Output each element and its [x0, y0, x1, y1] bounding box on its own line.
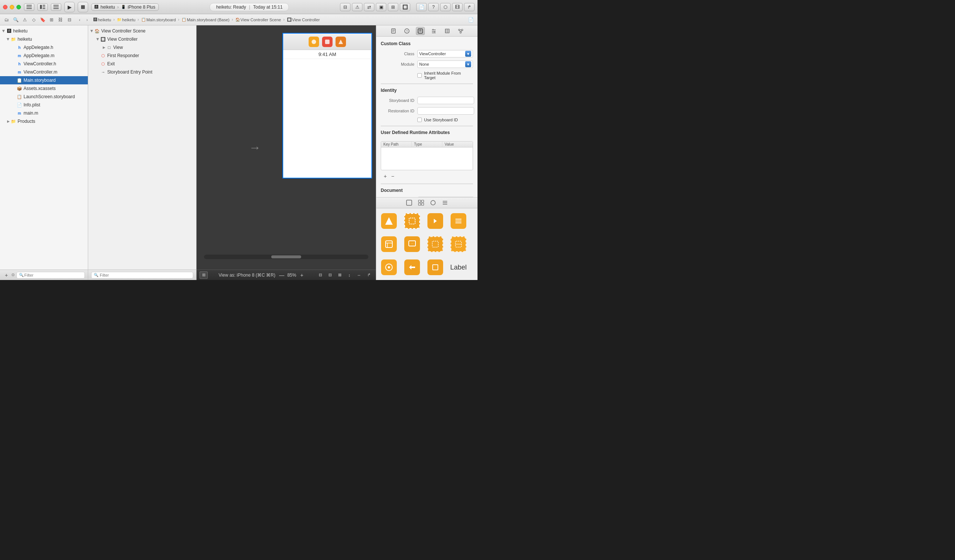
issues-button[interactable]: ⚠: [352, 3, 362, 11]
inherit-module-checkbox[interactable]: [417, 73, 422, 78]
obj-item-7[interactable]: [424, 233, 446, 255]
canvas-grid-button[interactable]: ⊞: [199, 271, 208, 279]
layout-button[interactable]: ▣: [376, 3, 386, 11]
close-button[interactable]: [3, 5, 8, 9]
add-file-button[interactable]: +: [3, 272, 10, 279]
navigator-toggle-button[interactable]: [38, 3, 48, 11]
restoration-id-input[interactable]: [417, 107, 474, 115]
breadcrumb-vc-scene[interactable]: 🏠 View Controller Scene: [234, 17, 283, 22]
sidebar-toggle-button[interactable]: [24, 3, 34, 11]
sidebar-item-assets[interactable]: ▶ 📦 Assets.xcassets: [0, 84, 88, 93]
add-runtime-attr-button[interactable]: +: [382, 173, 388, 179]
run-button[interactable]: ▶: [64, 2, 75, 12]
tab-quick-help[interactable]: ?: [402, 27, 411, 35]
diamond-button[interactable]: ◇: [30, 16, 38, 23]
breakpoints-button[interactable]: [51, 3, 61, 11]
forward-button[interactable]: ›: [84, 16, 91, 23]
inspector-toggle-button[interactable]: ↱: [464, 3, 474, 11]
breadcrumb-main-storyboard-base[interactable]: 📋 Main.storyboard (Base): [180, 17, 231, 22]
breadcrumb-heiketu-folder[interactable]: 📁 heiketu: [116, 17, 137, 22]
obj-item-6[interactable]: ···: [401, 233, 423, 255]
obj-tab-4[interactable]: [440, 199, 449, 207]
back-forward-button[interactable]: ⇄: [364, 3, 374, 11]
breadcrumb-main-storyboard[interactable]: 📋 Main.storyboard: [140, 17, 177, 22]
bookmark-button[interactable]: 🔖: [39, 16, 46, 23]
scene-item-view[interactable]: ▶ □ View: [88, 43, 196, 51]
related-items-button[interactable]: 📄: [467, 16, 474, 23]
split-button[interactable]: ⊟: [66, 16, 73, 23]
sidebar-item-viewcontroller-m[interactable]: ▶ m ViewController.m: [0, 68, 88, 76]
editor-mode-button[interactable]: ⊟: [340, 3, 351, 11]
back-button[interactable]: ‹: [76, 16, 83, 23]
canvas-content[interactable]: → 9:41 AM: [197, 25, 376, 270]
scheme-selector[interactable]: 🅰 heiketu › 📱 iPhone 8 Plus: [91, 3, 159, 11]
footer-icon-6[interactable]: ↱: [365, 271, 373, 279]
breadcrumb-vc[interactable]: 🔲 View Controller: [285, 17, 321, 22]
use-storyboard-id-checkbox[interactable]: [417, 118, 422, 122]
obj-item-8[interactable]: [447, 233, 470, 255]
sidebar-item-info-plist[interactable]: ▶ 📄 Info.plist: [0, 101, 88, 109]
breadcrumb-heiketu[interactable]: 🅰 heiketu: [92, 17, 113, 22]
footer-icon-2[interactable]: ⊟: [326, 271, 334, 279]
obj-item-9[interactable]: [378, 256, 400, 279]
grid-button[interactable]: ⊞: [48, 16, 55, 23]
obj-item-11[interactable]: [424, 256, 446, 279]
file-inspector-button[interactable]: 📄: [416, 3, 427, 11]
sidebar-item-main-m[interactable]: ▶ m main.m: [0, 109, 88, 117]
quick-help-button[interactable]: ?: [428, 3, 438, 11]
stop-button[interactable]: [78, 2, 88, 12]
obj-item-4[interactable]: [447, 210, 470, 232]
class-select[interactable]: ViewController ▼: [417, 50, 473, 58]
sidebar-item-products[interactable]: ▶ 📁 Products: [0, 117, 88, 125]
zoom-out-button[interactable]: —: [279, 272, 285, 279]
scene-filter-input[interactable]: [100, 273, 191, 278]
footer-icon-5[interactable]: ↔: [355, 271, 363, 279]
obj-item-2[interactable]: [401, 210, 423, 232]
tab-size[interactable]: [443, 27, 452, 35]
sidebar-item-viewcontroller-h[interactable]: ▶ h ViewController.h: [0, 60, 88, 68]
minimize-button[interactable]: [10, 5, 14, 9]
module-select-btn[interactable]: ▼: [465, 61, 471, 67]
obj-item-10[interactable]: [401, 256, 423, 279]
class-select-btn[interactable]: ▼: [465, 51, 471, 57]
navigator-show-button[interactable]: 🗂: [3, 16, 11, 23]
device-mockup[interactable]: 9:41 AM: [282, 33, 372, 178]
sidebar-item-appdelegate-m[interactable]: ▶ m AppDelegate.m: [0, 51, 88, 60]
object-library-button[interactable]: ⬡: [440, 3, 451, 11]
obj-item-5[interactable]: [378, 233, 400, 255]
remove-runtime-attr-button[interactable]: −: [390, 173, 396, 179]
storyboard-id-input[interactable]: [417, 97, 474, 104]
footer-icon-1[interactable]: ⊟: [316, 271, 324, 279]
zoom-in-button[interactable]: +: [299, 272, 305, 279]
obj-item-3[interactable]: [424, 210, 446, 232]
footer-icon-3[interactable]: ⊠: [335, 271, 344, 279]
obj-tab-3[interactable]: [429, 199, 438, 207]
search-button[interactable]: 🔍: [12, 16, 19, 23]
sidebar-item-heiketu-group[interactable]: ▶ 📁 heiketu: [0, 35, 88, 43]
obj-item-1[interactable]: [378, 210, 400, 232]
scene-item-first-responder[interactable]: ▶ ⬡ First Responder: [88, 51, 196, 60]
scene-item-vc-scene[interactable]: ▶ 🏠 View Controller Scene: [88, 27, 196, 35]
scene-item-entry-point[interactable]: ▶ → Storyboard Entry Point: [88, 68, 196, 76]
assistant-button[interactable]: ⊞: [388, 3, 398, 11]
module-select[interactable]: None ▼: [417, 61, 473, 68]
scene-item-vc[interactable]: ▶ 🔲 View Controller: [88, 35, 196, 43]
fullscreen-button[interactable]: [16, 5, 21, 9]
link-button[interactable]: ⛓: [57, 16, 64, 23]
version-editor-button[interactable]: 🔲: [400, 3, 410, 11]
obj-tab-1[interactable]: [405, 199, 413, 207]
tab-attributes[interactable]: [429, 27, 438, 35]
media-library-button[interactable]: 🎞: [452, 3, 463, 11]
obj-item-12[interactable]: Label: [447, 256, 470, 279]
warning-button[interactable]: ⚠: [21, 16, 28, 23]
tab-identity[interactable]: [416, 27, 425, 35]
footer-icon-4[interactable]: ↕: [345, 271, 354, 279]
sidebar-item-launchscreen[interactable]: ▶ 📋 LaunchScreen.storyboard: [0, 93, 88, 101]
tab-connections[interactable]: [456, 27, 465, 35]
obj-tab-2[interactable]: [416, 199, 426, 207]
sidebar-item-heiketu-root[interactable]: ▶ 🅰 heiketu: [0, 27, 88, 35]
scene-item-exit[interactable]: ▶ ⬡ Exit: [88, 60, 196, 68]
sidebar-item-main-storyboard[interactable]: ▶ 📋 Main.storyboard: [0, 76, 88, 84]
sidebar-filter-input[interactable]: [24, 273, 82, 278]
canvas-scrollbar-h[interactable]: [204, 254, 368, 259]
